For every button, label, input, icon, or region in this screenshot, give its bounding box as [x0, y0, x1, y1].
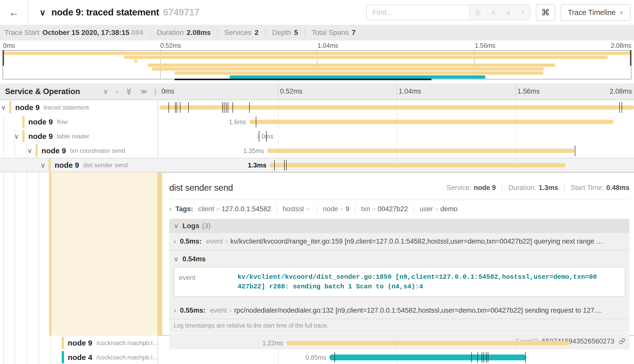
span-bar[interactable]	[267, 148, 575, 153]
timeline-gridline	[278, 350, 279, 364]
minimap-right-handle[interactable]	[630, 50, 631, 66]
tree-guide-line	[27, 143, 27, 364]
find-group: ◎ ∧ ∨ ×	[366, 5, 530, 20]
prev-result-icon[interactable]: ∧	[491, 8, 496, 16]
service-name: node 4	[68, 353, 92, 362]
log-marker-tick	[188, 102, 189, 113]
minimap-viewport-indicator[interactable]	[175, 79, 431, 80]
view-selector-button[interactable]: Trace Timeline ∨	[561, 4, 630, 21]
collapse-chevron-icon[interactable]: ∨	[39, 7, 46, 17]
span-tree-cell[interactable]: ∨node 9traced statement	[0, 100, 158, 115]
trace-title-wrap[interactable]: ∨ node 9: traced statement 6749717	[28, 0, 366, 25]
span-row[interactable]: ∨node 9dist sender send1.3ms	[0, 158, 634, 172]
expand-all-icon[interactable]: ≫	[140, 88, 147, 96]
back-button[interactable]: ←	[0, 0, 28, 25]
tag-item: node=9	[317, 205, 355, 213]
span-row[interactable]: node 4/cockroach.roachpb.I…0.85ms	[0, 350, 634, 364]
span-bar-cell[interactable]: 1.22ms	[158, 336, 634, 350]
minimap-left-handle[interactable]	[3, 50, 4, 66]
log-entry-expanded[interactable]: ∨ 0.54ms event kv/kvclient/kvcoord/dist_…	[169, 250, 629, 302]
clear-search-icon[interactable]: ×	[521, 9, 525, 16]
collapse-chevron-icon[interactable]: ∨	[1, 103, 6, 111]
collapse-chevron-icon[interactable]: ∨	[27, 147, 32, 155]
span-bar-cell[interactable]: 0.85ms	[158, 350, 634, 364]
collapse-chevron-icon[interactable]: ∨	[174, 222, 178, 230]
logs-header[interactable]: ∨ Logs (3)	[169, 219, 629, 233]
span-bar-cell[interactable]	[158, 100, 634, 115]
span-row[interactable]: ∨node 9traced statement	[0, 100, 634, 115]
timeline-axis-tick: 1.56ms	[517, 88, 540, 95]
span-bar[interactable]	[257, 134, 259, 138]
log-marker-tick	[525, 352, 526, 363]
span-bar-cell[interactable]: 1.6ms	[158, 115, 634, 129]
logs-section: ∨ Logs (3) › 0.5ms: event=kv/kvclient/kv…	[169, 219, 629, 349]
minimap-axis-tick: 1.56ms	[475, 42, 496, 49]
logs-count: (3)	[202, 222, 210, 230]
timeline-gridline	[515, 83, 516, 100]
service-name: node 9	[28, 132, 53, 141]
collapse-chevron-icon[interactable]: ∨	[14, 132, 19, 140]
selected-span-color-strip	[49, 172, 51, 336]
column-resize-handle[interactable]: ∥	[154, 88, 157, 96]
tags-row[interactable]: › Tags: client=127.0.0.1:54582hostssl=no…	[169, 201, 629, 217]
keyboard-shortcuts-button[interactable]: ⌘	[536, 4, 555, 21]
service-color-bar	[35, 144, 38, 157]
span-row[interactable]: node 9/cockroach.roachpb.I…1.22ms	[0, 336, 634, 350]
log-marker-tick	[286, 160, 287, 170]
tag-item: user=demo	[414, 205, 463, 213]
collapse-chevron-icon[interactable]: ∨	[174, 255, 178, 263]
header-controls: ◎ ∧ ∨ × ⌘ Trace Timeline ∨	[366, 0, 634, 25]
span-tree-cell[interactable]: node 4/cockroach.roachpb.I…	[0, 350, 158, 364]
span-row[interactable]: ∨node 9txn coordinator send1.35ms	[0, 143, 634, 158]
back-arrow-icon[interactable]: ←	[9, 7, 19, 18]
minimap-canvas[interactable]	[3, 50, 631, 79]
span-tree-cell[interactable]: ∨node 9dist sender send	[0, 158, 158, 172]
span-bar[interactable]	[286, 341, 570, 345]
span-bar-cell[interactable]: 1.35ms	[158, 143, 634, 158]
span-tree-cell[interactable]: ∨node 9table reader	[0, 129, 158, 143]
timeline-gridline	[397, 129, 397, 143]
timeline-axis-tick: 0ms	[161, 88, 174, 95]
expand-one-icon[interactable]: ›	[116, 88, 118, 96]
minimap-span-bar	[124, 56, 608, 59]
span-track: 0ms	[159, 129, 634, 143]
tags-label: Tags:	[175, 205, 193, 213]
span-bar[interactable]	[159, 105, 634, 110]
collapse-all-icon[interactable]: ≫	[125, 88, 133, 95]
span-list: ∨node 9traced statementnode 9flow1.6ms∨n…	[0, 100, 634, 364]
log-marker-tick	[575, 145, 575, 156]
log-entry[interactable]: › 0.55ms: event=rpc/nodedialer/nodediale…	[169, 302, 629, 319]
log-entry[interactable]: › 0.5ms: event=kv/kvclient/kvcoord/range…	[169, 233, 629, 250]
locate-icon[interactable]: ◎	[475, 8, 481, 16]
span-bar[interactable]	[269, 163, 566, 167]
divider	[169, 200, 629, 200]
expand-chevron-icon[interactable]: ›	[169, 205, 171, 213]
timeline-axis-tick: 1.04ms	[399, 88, 421, 95]
timeline-axis-tick: 2.08ms	[609, 88, 632, 95]
span-duration-label: 1.22ms	[262, 339, 283, 347]
span-bar[interactable]	[329, 354, 526, 360]
span-tree-cell[interactable]: ∨node 9txn coordinator send	[0, 143, 158, 158]
collapse-one-icon[interactable]: ∨	[103, 88, 108, 96]
span-row[interactable]: ∨node 9table reader0ms	[0, 129, 634, 143]
timeline-header: Service & Operation ∨ › ≫ ≫ ∥ 0ms0.52ms1…	[0, 83, 634, 100]
span-track: 1.3ms	[159, 158, 634, 172]
service-operation-title: Service & Operation	[5, 87, 80, 96]
span-bar-cell[interactable]: 0ms	[158, 129, 634, 143]
service-color-bar	[49, 159, 51, 171]
next-result-icon[interactable]: ∨	[506, 8, 511, 16]
log-marker-tick	[488, 352, 488, 363]
span-tree-cell[interactable]: node 9flow	[0, 115, 158, 129]
span-tree-cell[interactable]: node 9/cockroach.roachpb.I…	[0, 336, 158, 350]
span-row[interactable]: node 9flow1.6ms	[0, 115, 634, 129]
service-color-bar	[9, 101, 11, 113]
collapse-chevron-icon[interactable]: ∨	[40, 161, 45, 169]
find-input[interactable]	[367, 5, 469, 20]
span-bar-cell[interactable]: 1.3ms	[158, 158, 634, 172]
minimap-span-bar	[148, 63, 555, 67]
span-bar[interactable]	[249, 120, 614, 124]
expand-chevron-icon[interactable]: ›	[174, 307, 176, 314]
span-duration-label: 0.85ms	[306, 354, 326, 361]
minimap-span-bar	[134, 59, 137, 63]
expand-chevron-icon[interactable]: ›	[174, 238, 176, 245]
